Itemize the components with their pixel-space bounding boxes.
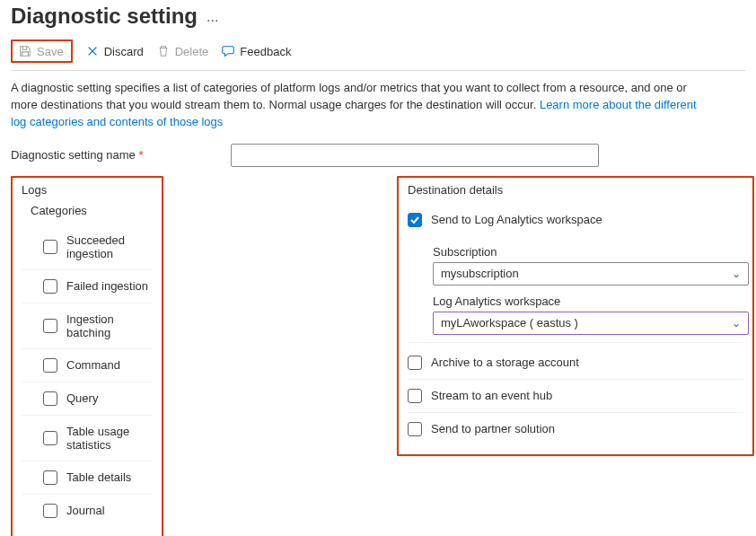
workspace-label: Log Analytics workspace xyxy=(433,294,743,308)
checkbox-icon[interactable] xyxy=(408,356,422,370)
discard-button[interactable]: Discard xyxy=(85,44,144,58)
destination-title: Destination details xyxy=(408,183,743,197)
log-item-usage[interactable]: Table usage statistics xyxy=(22,416,153,461)
trash-icon xyxy=(156,44,171,58)
page-title: Diagnostic setting xyxy=(11,4,198,29)
discard-label: Discard xyxy=(104,45,144,58)
feedback-label: Feedback xyxy=(240,45,291,58)
save-icon xyxy=(18,44,32,58)
checkbox-icon[interactable] xyxy=(43,470,57,485)
setting-name-input[interactable] xyxy=(231,144,599,167)
log-item-journal[interactable]: Journal xyxy=(22,495,153,527)
checkbox-icon[interactable] xyxy=(43,504,57,518)
subscription-label: Subscription xyxy=(433,245,743,259)
save-button[interactable]: Save xyxy=(11,40,73,63)
log-item-query[interactable]: Query xyxy=(22,382,153,416)
log-item-failed[interactable]: Failed ingestion xyxy=(22,270,153,303)
delete-button[interactable]: Delete xyxy=(156,44,209,58)
log-item-succeeded[interactable]: Succeeded ingestion xyxy=(22,224,153,270)
checkbox-icon[interactable] xyxy=(43,358,57,373)
log-item-details[interactable]: Table details xyxy=(22,461,153,495)
checkbox-icon[interactable] xyxy=(408,213,422,227)
logs-title: Logs xyxy=(22,183,153,197)
dest-partner[interactable]: Send to partner solution xyxy=(408,413,743,445)
dest-send-law[interactable]: Send to Log Analytics workspace xyxy=(408,204,743,236)
feedback-icon xyxy=(221,44,235,58)
checkbox-icon[interactable] xyxy=(408,422,422,436)
checkbox-icon[interactable] xyxy=(43,279,57,294)
checkbox-icon[interactable] xyxy=(43,240,57,254)
more-icon[interactable]: ··· xyxy=(207,5,218,29)
checkbox-icon[interactable] xyxy=(408,389,422,403)
setting-name-label: Diagnostic setting name * xyxy=(11,148,222,162)
checkbox-icon[interactable] xyxy=(43,391,57,406)
chevron-down-icon: ⌄ xyxy=(732,317,741,330)
dest-stream[interactable]: Stream to an event hub xyxy=(408,380,743,413)
categories-label: Categories xyxy=(31,204,153,217)
workspace-dropdown[interactable]: myLAworkspace ( eastus ) ⌄ xyxy=(433,312,749,335)
log-item-command[interactable]: Command xyxy=(22,349,153,382)
dest-archive[interactable]: Archive to a storage account xyxy=(408,347,743,380)
close-icon xyxy=(85,44,100,58)
logs-panel: Logs Categories Succeeded ingestion Fail… xyxy=(11,176,163,536)
checkbox-icon[interactable] xyxy=(43,319,57,333)
checkbox-icon[interactable] xyxy=(43,431,57,445)
feedback-button[interactable]: Feedback xyxy=(221,44,291,58)
delete-label: Delete xyxy=(175,45,209,58)
save-label: Save xyxy=(37,45,64,58)
description-text: A diagnostic setting specifies a list of… xyxy=(11,71,702,136)
chevron-down-icon: ⌄ xyxy=(732,268,741,280)
subscription-dropdown[interactable]: mysubscription ⌄ xyxy=(433,262,749,286)
log-item-batching[interactable]: Ingestion batching xyxy=(22,303,153,349)
destination-panel: Destination details Send to Log Analytic… xyxy=(397,176,754,456)
